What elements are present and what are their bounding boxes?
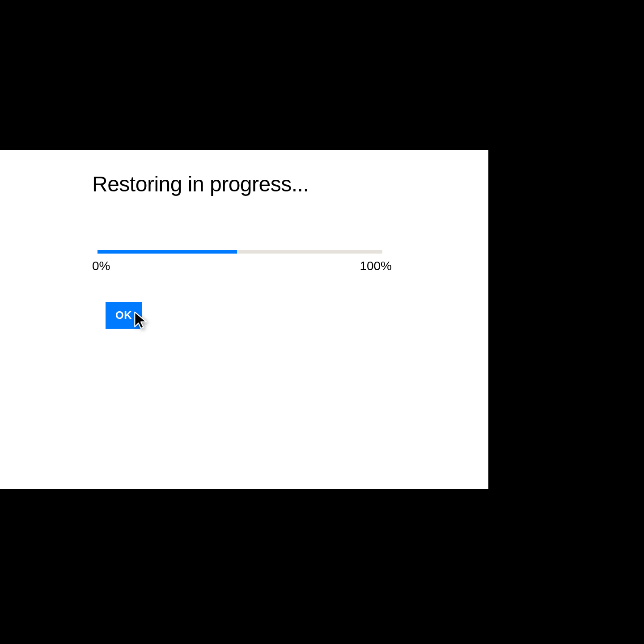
dialog-title: Restoring in progress... [92, 172, 396, 196]
restore-dialog: Restoring in progress... 0% 100% OK [0, 150, 488, 489]
ok-button[interactable]: OK [106, 302, 142, 329]
progress-min-label: 0% [92, 259, 110, 273]
progress-bar: 0% 100% [92, 250, 377, 273]
progress-track [97, 250, 382, 254]
progress-labels: 0% 100% [92, 259, 392, 273]
progress-fill [97, 250, 237, 254]
progress-max-label: 100% [360, 259, 392, 273]
